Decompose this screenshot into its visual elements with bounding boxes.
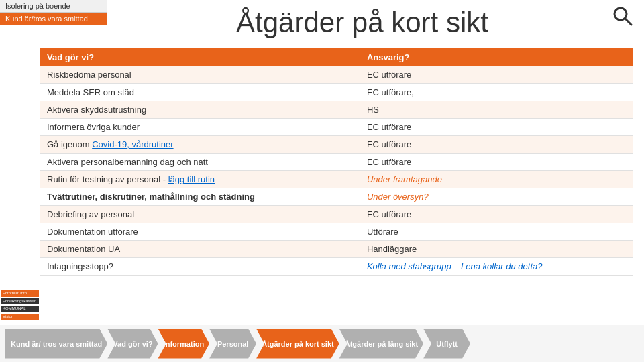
bottom-nav: Kund är/ tros vara smittadVad gör vi?Inf… bbox=[0, 325, 644, 362]
nav-item-kund-r-tros-vara-smittad[interactable]: Kund är/ tros vara smittad bbox=[5, 329, 107, 359]
table-cell-responsible: Under framtagande bbox=[360, 171, 633, 188]
table-cell-responsible: Handläggare bbox=[360, 241, 633, 258]
table-cell-action: Dokumentation UA bbox=[40, 241, 360, 258]
nav-item-tgrder-p-lng-sikt[interactable]: Åtgärder på lång sikt bbox=[339, 329, 423, 359]
table-cell-responsible: EC utförare bbox=[360, 206, 633, 223]
table-cell-responsible: Kolla med stabsgrupp – Lena kollar du de… bbox=[360, 258, 633, 276]
table-cell-action: Tvättrutiner, diskrutiner, mathållning o… bbox=[40, 188, 360, 206]
kund-label: Kund är/tros vara smittad bbox=[0, 13, 107, 25]
table-row: Aktivera skyddsutrustningHS bbox=[40, 101, 633, 119]
main-table: Vad gör vi? Ansvarig? Riskbedöma persona… bbox=[40, 48, 633, 276]
table-cell-responsible: EC utförare bbox=[360, 66, 633, 84]
table-cell-responsible: EC utförare bbox=[360, 136, 633, 154]
table-row: Debriefing av personalEC utförare bbox=[40, 206, 633, 223]
table-row: Rutin för testning av personal - lägg ti… bbox=[40, 171, 633, 188]
table-cell-responsible: Under översyn? bbox=[360, 188, 633, 206]
table-row: Tvättrutiner, diskrutiner, mathållning o… bbox=[40, 188, 633, 206]
col-header-action: Vad gör vi? bbox=[40, 48, 360, 66]
table-cell-responsible: EC utförare, bbox=[360, 84, 633, 101]
table-cell-action: Meddela SER om städ bbox=[40, 84, 360, 101]
logo-area: Foto/bild: info Försäkringskassan KOMMUN… bbox=[0, 289, 40, 322]
logo-line-3: KOMMUNAL bbox=[1, 306, 39, 312]
table-cell-responsible: EC utförare bbox=[360, 154, 633, 171]
table-cell-action: Aktivera skyddsutrustning bbox=[40, 101, 360, 119]
top-labels: Isolering på boende Kund är/tros vara sm… bbox=[0, 0, 107, 25]
search-icon[interactable] bbox=[612, 5, 633, 32]
table-cell-action: Gå igenom Covid-19, vårdrutiner bbox=[40, 136, 360, 154]
logo-line-1: Foto/bild: info bbox=[1, 290, 39, 297]
nav-item-tgrder-p-kort-sikt[interactable]: Åtgärder på kort sikt bbox=[256, 329, 339, 359]
table-row: Gå igenom Covid-19, vårdrutinerEC utföra… bbox=[40, 136, 633, 154]
table-cell-action: Intagningsstopp? bbox=[40, 258, 360, 276]
table-cell-action: Riskbedöma personal bbox=[40, 66, 360, 84]
table-cell-responsible: Utförare bbox=[360, 223, 633, 241]
add-rutin-link[interactable]: lägg till rutin bbox=[168, 174, 215, 184]
table-row: Intagningsstopp?Kolla med stabsgrupp – L… bbox=[40, 258, 633, 276]
logo-line-4: Vision bbox=[1, 314, 39, 320]
table-cell-action: Dokumentation utförare bbox=[40, 223, 360, 241]
logo-line-2: Försäkringskassan bbox=[1, 298, 39, 305]
table-row: Dokumentation utförareUtförare bbox=[40, 223, 633, 241]
nav-item-information[interactable]: Information bbox=[158, 329, 210, 359]
covid-link[interactable]: Covid-19, vårdrutiner bbox=[92, 139, 173, 149]
svg-line-1 bbox=[625, 19, 631, 25]
table-row: Informera övriga kunderEC utförare bbox=[40, 119, 633, 136]
table-area: Vad gör vi? Ansvarig? Riskbedöma persona… bbox=[40, 48, 633, 322]
table-row: Meddela SER om städEC utförare, bbox=[40, 84, 633, 101]
table-cell-action: Aktivera personalbemanning dag och natt bbox=[40, 154, 360, 171]
nav-item-utflytt[interactable]: Utflytt bbox=[423, 329, 470, 359]
table-cell-action: Rutin för testning av personal - lägg ti… bbox=[40, 171, 360, 188]
isolering-label: Isolering på boende bbox=[0, 0, 107, 13]
table-cell-action: Informera övriga kunder bbox=[40, 119, 360, 136]
table-row: Dokumentation UAHandläggare bbox=[40, 241, 633, 258]
table-header-row: Vad gör vi? Ansvarig? bbox=[40, 48, 633, 66]
nav-item-vad-gr-vi[interactable]: Vad gör vi? bbox=[107, 329, 158, 359]
table-cell-responsible: EC utförare bbox=[360, 119, 633, 136]
table-cell-responsible: HS bbox=[360, 101, 633, 119]
table-row: Aktivera personalbemanning dag och nattE… bbox=[40, 154, 633, 171]
col-header-responsible: Ansvarig? bbox=[360, 48, 633, 66]
nav-item-personal[interactable]: Personal bbox=[209, 329, 256, 359]
main-title: Åtgärder på kort sikt bbox=[121, 7, 604, 39]
table-cell-action: Debriefing av personal bbox=[40, 206, 360, 223]
table-row: Riskbedöma personalEC utförare bbox=[40, 66, 633, 84]
